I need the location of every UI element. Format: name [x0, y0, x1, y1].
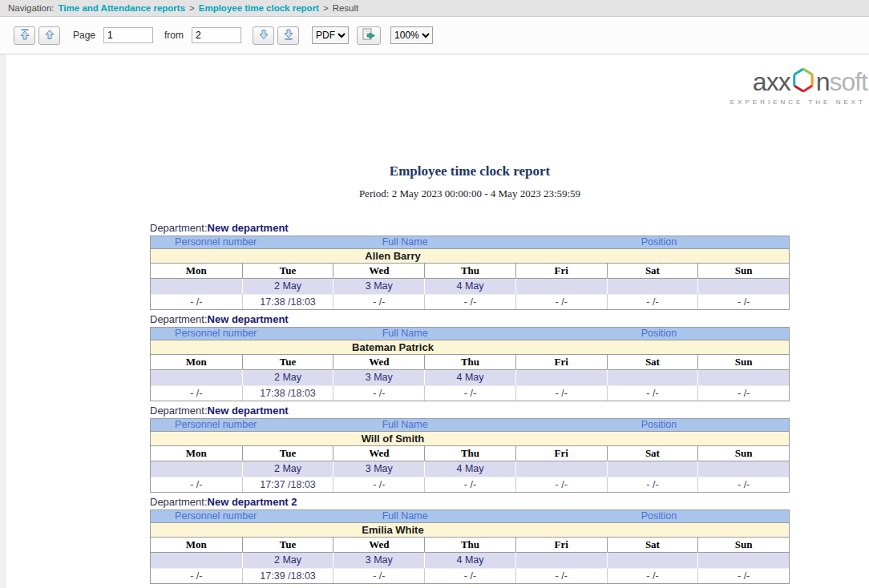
date-cell: [151, 369, 242, 385]
time-cell: - /-: [607, 294, 698, 309]
employee-name-row: Bateman Patrick: [150, 340, 790, 355]
column-header-full-name: Full Name: [281, 419, 529, 431]
logo-text-n: n: [816, 68, 830, 95]
column-header-personnel-number: Personnel number: [151, 236, 281, 248]
date-cell: 2 May: [242, 552, 333, 568]
arrow-down-icon: [259, 29, 269, 42]
time-cell: - /-: [515, 294, 607, 309]
date-cell: [697, 369, 789, 385]
day-header-sun: Sun: [697, 538, 789, 552]
day-header-thu: Thu: [424, 264, 515, 278]
breadcrumb-current: Result: [333, 3, 359, 13]
week-grid: Mon Tue Wed Thu Fri Sat Sun 2 May 3 May …: [150, 445, 790, 493]
date-cell: [151, 278, 242, 294]
logo-tagline: EXPERIENCE THE NEXT: [730, 99, 867, 106]
day-header-fri: Fri: [515, 538, 607, 552]
column-header-position: Position: [529, 328, 789, 340]
export-format-select[interactable]: PDF: [312, 26, 349, 44]
arrow-up-icon: [45, 29, 55, 42]
report-content: Employee time clock report Period: 2 May…: [150, 54, 790, 584]
time-cell: - /-: [151, 294, 242, 309]
employee-name-row: Allen Barry: [150, 248, 790, 264]
time-cell: - /-: [697, 568, 789, 583]
day-header-fri: Fri: [515, 264, 607, 278]
date-cell: [697, 461, 789, 477]
day-header-sat: Sat: [607, 355, 698, 369]
table-header-row: Personnel number Full Name Position: [150, 236, 790, 249]
current-page-input[interactable]: [103, 27, 153, 43]
breadcrumb-link-time-and-attendance[interactable]: Time and Attendance reports: [59, 3, 185, 13]
day-header-tue: Tue: [242, 355, 333, 369]
date-cell: [515, 461, 607, 477]
column-header-personnel-number: Personnel number: [151, 328, 281, 340]
column-header-personnel-number: Personnel number: [151, 419, 281, 431]
table-header-row: Personnel number Full Name Position: [150, 509, 790, 523]
from-label: from: [164, 30, 184, 41]
department-blocks: Department:New department Personnel numb…: [150, 222, 790, 584]
report-page: axx n soft EXPERIENCE THE NEXT Emplo: [0, 54, 869, 588]
date-cell: 3 May: [333, 278, 424, 294]
table-header-row: Personnel number Full Name Position: [150, 327, 790, 340]
day-header-wed: Wed: [333, 538, 424, 552]
week-grid: Mon Tue Wed Thu Fri Sat Sun 2 May 3 May …: [150, 263, 790, 310]
breadcrumb-separator: >: [189, 3, 195, 13]
time-cell: - /-: [697, 294, 789, 309]
department-block: Department:New department Personnel numb…: [150, 222, 790, 310]
column-header-full-name: Full Name: [281, 236, 529, 248]
date-cell: 2 May: [242, 369, 333, 385]
date-cell: 2 May: [242, 278, 333, 294]
date-cell: 4 May: [424, 461, 515, 477]
day-header-tue: Tue: [242, 264, 333, 278]
axxonsoft-hexagon-icon: [792, 67, 814, 96]
department-label: Department:: [150, 405, 208, 417]
day-header-thu: Thu: [424, 446, 515, 461]
time-cell: 17:38 /18:03: [242, 294, 333, 309]
date-cell: [607, 552, 698, 568]
day-header-sat: Sat: [607, 538, 698, 552]
department-line: Department:New department: [150, 222, 790, 234]
logo-text-axx: axx: [753, 68, 790, 95]
report-toolbar: Page from PDF 100%: [0, 17, 869, 54]
report-viewer-window: Navigation: Time and Attendance reports …: [0, 0, 869, 588]
week-grid: Mon Tue Wed Thu Fri Sat Sun 2 May 3 May …: [150, 537, 790, 584]
column-header-personnel-number: Personnel number: [151, 510, 281, 522]
next-page-button[interactable]: [253, 26, 274, 45]
time-cell: - /-: [424, 477, 515, 492]
department-name: New department: [208, 405, 289, 417]
breadcrumb: Navigation: Time and Attendance reports …: [0, 0, 869, 17]
first-page-button[interactable]: [14, 26, 35, 45]
department-line: Department:New department: [150, 313, 790, 325]
report-title: Employee time clock report: [150, 163, 790, 179]
time-cell: - /-: [607, 568, 698, 583]
last-page-button[interactable]: [277, 26, 299, 45]
day-header-mon: Mon: [151, 264, 242, 278]
time-cell: - /-: [424, 385, 515, 401]
export-button[interactable]: [357, 26, 381, 45]
date-cell: [697, 278, 789, 294]
day-header-fri: Fri: [515, 446, 607, 461]
day-header-sun: Sun: [697, 446, 789, 461]
time-cell: - /-: [333, 477, 424, 492]
time-cell: - /-: [424, 568, 515, 583]
previous-page-button[interactable]: [38, 26, 60, 45]
department-name: New department 2: [208, 496, 297, 508]
breadcrumb-link-employee-time-clock[interactable]: Employee time clock report: [199, 3, 319, 13]
breadcrumb-prefix: Navigation:: [8, 3, 55, 13]
date-cell: 2 May: [242, 461, 333, 477]
department-line: Department:New department: [150, 405, 790, 417]
date-cell: 4 May: [424, 369, 515, 385]
time-cell: - /-: [697, 477, 789, 492]
day-header-sun: Sun: [697, 355, 789, 369]
time-cell: - /-: [515, 568, 607, 583]
zoom-select[interactable]: 100%: [390, 26, 433, 44]
employee-name: Allen Barry: [365, 250, 420, 262]
time-cell: - /-: [333, 568, 424, 583]
date-cell: [151, 552, 242, 568]
total-pages-input[interactable]: [192, 27, 241, 43]
day-header-mon: Mon: [151, 355, 242, 369]
time-cell: 17:39 /18:03: [242, 568, 333, 583]
date-cell: [607, 369, 698, 385]
date-cell: [515, 278, 607, 294]
day-header-sat: Sat: [607, 264, 698, 278]
day-header-wed: Wed: [333, 446, 424, 461]
